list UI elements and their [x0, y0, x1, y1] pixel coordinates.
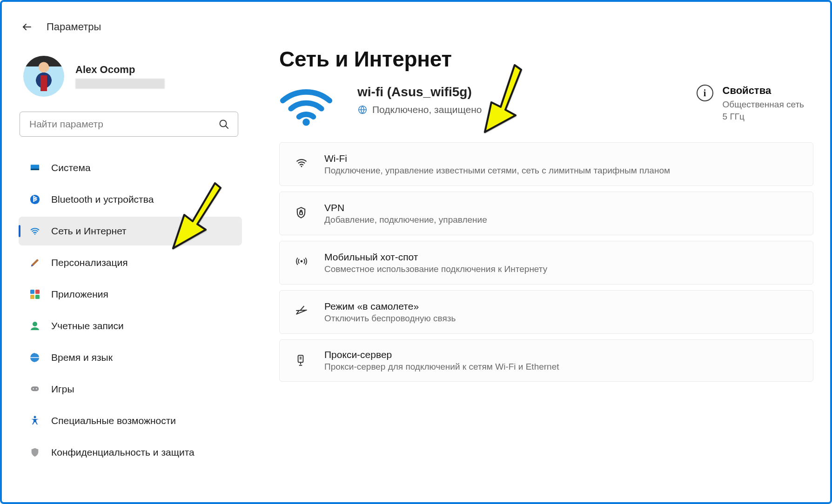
sidebar-item-time-language[interactable]: Время и язык	[19, 343, 242, 372]
system-icon	[29, 162, 41, 174]
svg-point-6	[34, 233, 36, 235]
search-input[interactable]	[28, 118, 218, 130]
properties-line2: 5 ГГц	[723, 112, 745, 121]
avatar	[23, 56, 64, 97]
card-sub: Совместное использование подключения к И…	[324, 264, 547, 274]
apps-icon	[29, 288, 41, 300]
properties-title: Свойства	[723, 85, 804, 97]
wifi-small-icon	[295, 157, 309, 172]
sidebar-item-apps[interactable]: Приложения	[19, 280, 242, 309]
card-sub: Добавление, подключение, управление	[324, 215, 487, 225]
connection-name: wi-fi (Asus_wifi5g)	[357, 85, 482, 99]
connection-row: wi-fi (Asus_wifi5g) Подключено, защищено…	[279, 85, 813, 127]
svg-point-5	[30, 195, 40, 204]
card-sub: Прокси-сервер для подключений к сетям Wi…	[324, 362, 559, 372]
sidebar-item-label: Учетные записи	[51, 320, 124, 332]
page-title: Сеть и Интернет	[279, 46, 813, 72]
properties-line1: Общественная сеть	[723, 99, 804, 109]
svg-rect-7	[30, 290, 34, 294]
back-button[interactable]	[20, 20, 34, 33]
sidebar-item-privacy[interactable]: Конфиденциальность и защита	[19, 438, 242, 467]
svg-point-21	[301, 260, 303, 263]
shield-icon	[29, 446, 41, 458]
sidebar-item-label: Конфиденциальность и защита	[51, 447, 195, 458]
svg-rect-8	[35, 290, 40, 294]
svg-rect-9	[30, 295, 34, 299]
card-title: Режим «в самолете»	[324, 301, 456, 312]
bluetooth-icon	[29, 193, 41, 206]
wifi-icon	[29, 225, 41, 237]
connection-info[interactable]: wi-fi (Asus_wifi5g) Подключено, защищено	[357, 85, 482, 115]
app-title: Параметры	[47, 21, 101, 33]
annotation-arrow-sidebar	[160, 179, 225, 253]
svg-rect-4	[31, 169, 39, 170]
svg-point-17	[302, 119, 309, 126]
svg-point-19	[301, 166, 302, 167]
card-proxy[interactable]: Прокси-сервер Прокси-сервер для подключе…	[279, 339, 813, 382]
sidebar-item-system[interactable]: Система	[19, 153, 242, 182]
sidebar-item-label: Персонализация	[51, 257, 128, 268]
sidebar-item-label: Bluetooth и устройства	[51, 194, 154, 205]
time-icon	[29, 351, 41, 364]
svg-marker-1	[485, 65, 521, 132]
airplane-icon	[295, 305, 309, 319]
vpn-icon	[295, 206, 309, 221]
games-icon	[29, 383, 41, 395]
svg-rect-13	[31, 386, 39, 391]
svg-rect-20	[300, 212, 302, 215]
sidebar-item-label: Игры	[51, 384, 74, 395]
search-icon	[218, 119, 229, 130]
brush-icon	[29, 257, 41, 269]
card-vpn[interactable]: VPN Добавление, подключение, управление	[279, 192, 813, 235]
sidebar-item-label: Приложения	[51, 289, 108, 300]
svg-point-14	[33, 388, 34, 390]
svg-rect-10	[35, 295, 40, 299]
globe-icon	[357, 105, 368, 115]
svg-marker-0	[173, 183, 221, 248]
card-title: Мобильный хот-спот	[324, 252, 547, 263]
card-title: Прокси-сервер	[324, 349, 559, 360]
user-block[interactable]: Alex Ocomp	[23, 56, 242, 97]
sidebar-item-label: Система	[51, 162, 91, 173]
svg-point-16	[34, 416, 36, 418]
sidebar-item-label: Специальные возможности	[51, 415, 176, 426]
properties-link[interactable]: i Свойства Общественная сеть 5 ГГц	[697, 85, 813, 122]
sidebar-item-label: Сеть и Интернет	[51, 225, 127, 237]
sidebar-item-gaming[interactable]: Игры	[19, 375, 242, 404]
accessibility-icon	[29, 415, 41, 427]
annotation-arrow-network	[475, 62, 526, 137]
svg-point-11	[33, 322, 37, 326]
wifi-large-icon	[279, 85, 333, 127]
card-title: Wi-Fi	[324, 153, 670, 164]
search-box[interactable]	[20, 112, 238, 137]
connection-status: Подключено, защищено	[372, 104, 482, 115]
sidebar-item-label: Время и язык	[51, 352, 113, 363]
info-icon: i	[697, 85, 713, 101]
svg-point-15	[36, 388, 37, 390]
hotspot-icon	[295, 255, 309, 270]
account-icon	[29, 320, 41, 332]
sidebar-item-accessibility[interactable]: Специальные возможности	[19, 406, 242, 435]
user-name: Alex Ocomp	[75, 64, 165, 76]
card-hotspot[interactable]: Мобильный хот-спот Совместное использова…	[279, 241, 813, 285]
card-airplane[interactable]: Режим «в самолете» Отключить беспроводну…	[279, 290, 813, 334]
proxy-icon	[295, 353, 309, 368]
card-sub: Подключение, управление известными сетям…	[324, 166, 670, 176]
card-title: VPN	[324, 202, 487, 213]
sidebar-item-accounts[interactable]: Учетные записи	[19, 312, 242, 340]
card-sub: Отключить беспроводную связь	[324, 313, 456, 324]
user-email-masked	[75, 79, 165, 89]
card-wifi[interactable]: Wi-Fi Подключение, управление известными…	[279, 142, 813, 186]
